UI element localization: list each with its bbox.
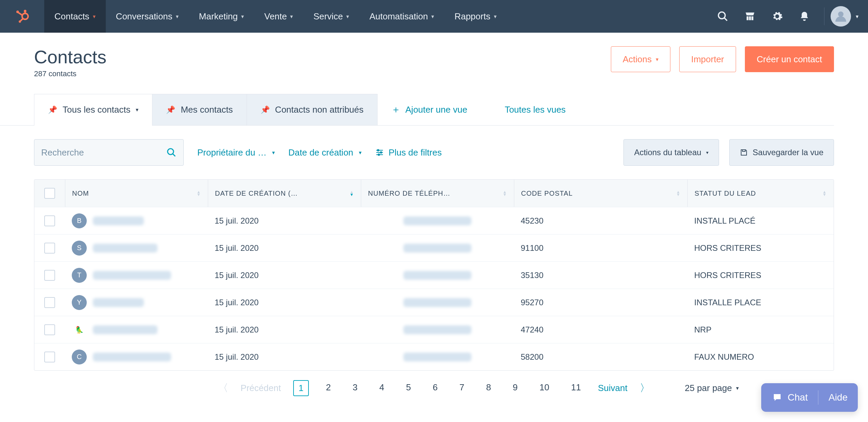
all-views-link[interactable]: Toutes les vues <box>491 94 579 125</box>
name-cell[interactable]: C <box>65 350 208 364</box>
row-checkbox-cell[interactable] <box>34 352 65 362</box>
svg-rect-10 <box>749 16 751 20</box>
user-avatar[interactable] <box>831 6 851 27</box>
save-view-button[interactable]: Sauvegarder la vue <box>729 139 834 166</box>
table-row[interactable]: C 15 juil. 2020 58200 FAUX NUMERO <box>34 343 834 370</box>
col-name[interactable]: NOM ▲▼ <box>65 180 208 207</box>
create-date-filter[interactable]: Date de création ▾ <box>288 147 362 158</box>
contact-avatar: T <box>72 268 87 283</box>
table-row[interactable]: 🦜 15 juil. 2020 47240 NRP <box>34 316 834 343</box>
caret-down-icon: ▾ <box>736 385 739 391</box>
page-number[interactable]: 3 <box>348 380 362 396</box>
gear-icon[interactable] <box>769 8 785 25</box>
view-tab-my-contacts[interactable]: 📌 Mes contacts <box>152 94 247 125</box>
postal-cell: 35130 <box>514 271 687 280</box>
bell-icon[interactable] <box>796 8 813 25</box>
page-number[interactable]: 9 <box>508 380 522 396</box>
page-number[interactable]: 1 <box>293 380 309 396</box>
marketplace-icon[interactable] <box>742 8 758 25</box>
checkbox[interactable] <box>44 270 55 281</box>
view-tab-all-contacts[interactable]: 📌 Tous les contacts ▾ <box>34 94 152 125</box>
hubspot-logo[interactable] <box>0 0 44 33</box>
row-checkbox-cell[interactable] <box>34 324 65 335</box>
actions-button[interactable]: Actions ▾ <box>611 46 670 72</box>
row-checkbox-cell[interactable] <box>34 243 65 254</box>
name-cell[interactable]: S <box>65 241 208 256</box>
search-input-wrapper[interactable] <box>34 139 184 166</box>
view-tab-unassigned[interactable]: 📌 Contacts non attribués <box>247 94 378 125</box>
postal-cell: 45230 <box>514 216 687 226</box>
per-page-select[interactable]: 25 par page ▾ <box>685 383 739 393</box>
page-number[interactable]: 8 <box>481 380 496 396</box>
checkbox[interactable] <box>44 215 55 226</box>
col-lead-status[interactable]: STATUT DU LEAD ▲▼ <box>687 180 834 207</box>
create-contact-button[interactable]: Créer un contact <box>745 46 834 72</box>
chevron-down-icon[interactable]: ▾ <box>856 13 858 20</box>
page-number[interactable]: 10 <box>535 380 554 396</box>
name-cell[interactable]: B <box>65 213 208 228</box>
help-button[interactable]: Aide <box>818 383 858 412</box>
checkbox[interactable] <box>44 297 55 308</box>
checkbox[interactable] <box>44 243 55 254</box>
checkbox[interactable] <box>44 352 55 362</box>
col-phone[interactable]: NUMÉRO DE TÉLÉPH… ▲▼ <box>361 180 514 207</box>
add-view-link[interactable]: ＋ Ajouter une vue <box>378 94 481 125</box>
table-row[interactable]: T 15 juil. 2020 35130 HORS CRITERES <box>34 261 834 289</box>
contact-name <box>93 298 144 307</box>
nav-conversations[interactable]: Conversations ▾ <box>106 0 189 33</box>
created-cell: 15 juil. 2020 <box>208 298 361 307</box>
nav-vente[interactable]: Vente ▾ <box>254 0 303 33</box>
import-button[interactable]: Importer <box>679 46 736 72</box>
select-all-header[interactable] <box>34 180 65 207</box>
caret-down-icon: ▾ <box>359 149 362 156</box>
chevron-down-icon: ▾ <box>494 13 497 20</box>
owner-filter[interactable]: Propriétaire du … ▾ <box>197 147 275 158</box>
search-icon <box>166 147 177 158</box>
search-input[interactable] <box>41 147 166 158</box>
page-number[interactable]: 7 <box>455 380 469 396</box>
svg-point-0 <box>22 13 28 19</box>
contacts-table: NOM ▲▼ DATE DE CRÉATION (… ▲▼ NUMÉRO DE … <box>34 179 834 371</box>
page-number[interactable]: 4 <box>374 380 389 396</box>
button-label: Créer un contact <box>757 54 822 65</box>
table-row[interactable]: B 15 juil. 2020 45230 INSTALL PLACÉ <box>34 207 834 234</box>
col-postal[interactable]: CODE POSTAL ▲▼ <box>514 180 687 207</box>
nav-rapports[interactable]: Rapports ▾ <box>444 0 507 33</box>
prev-arrow[interactable]: 〈 <box>218 381 228 395</box>
col-created[interactable]: DATE DE CRÉATION (… ▲▼ <box>208 180 361 207</box>
table-row[interactable]: S 15 juil. 2020 91100 HORS CRITERES <box>34 234 834 261</box>
contact-name <box>93 244 157 253</box>
page-number[interactable]: 6 <box>428 380 442 396</box>
phone-cell <box>361 325 514 334</box>
table-row[interactable]: Y 15 juil. 2020 95270 INSTALLE PLACE <box>34 289 834 316</box>
chevron-down-icon: ▾ <box>176 13 179 20</box>
nav-label: Service <box>313 11 343 22</box>
search-icon[interactable] <box>715 8 731 25</box>
name-cell[interactable]: T <box>65 268 208 283</box>
nav-contacts[interactable]: Contacts ▾ <box>44 0 106 33</box>
page-number[interactable]: 5 <box>401 380 416 396</box>
next-button[interactable]: Suivant <box>598 383 628 393</box>
nav-marketing[interactable]: Marketing ▾ <box>189 0 254 33</box>
name-cell[interactable]: 🦜 <box>65 322 208 337</box>
checkbox[interactable] <box>44 324 55 335</box>
name-cell[interactable]: Y <box>65 295 208 310</box>
next-arrow[interactable]: 〉 <box>640 381 650 395</box>
phone-redacted <box>403 244 471 253</box>
row-checkbox-cell[interactable] <box>34 270 65 281</box>
more-filters-button[interactable]: Plus de filtres <box>375 147 442 158</box>
page-number[interactable]: 11 <box>566 380 586 396</box>
chat-button[interactable]: Chat <box>761 383 818 412</box>
nav-service[interactable]: Service ▾ <box>303 0 359 33</box>
status-cell: HORS CRITERES <box>687 271 834 280</box>
prev-button[interactable]: Précédent <box>240 383 281 393</box>
checkbox[interactable] <box>44 188 55 199</box>
row-checkbox-cell[interactable] <box>34 297 65 308</box>
nav-automatisation[interactable]: Automatisation ▾ <box>359 0 444 33</box>
contact-avatar: Y <box>72 295 87 310</box>
chat-widget: Chat Aide <box>761 383 858 412</box>
created-cell: 15 juil. 2020 <box>208 216 361 226</box>
page-number[interactable]: 2 <box>321 380 335 396</box>
row-checkbox-cell[interactable] <box>34 215 65 226</box>
table-actions-button[interactable]: Actions du tableau ▾ <box>623 139 719 166</box>
